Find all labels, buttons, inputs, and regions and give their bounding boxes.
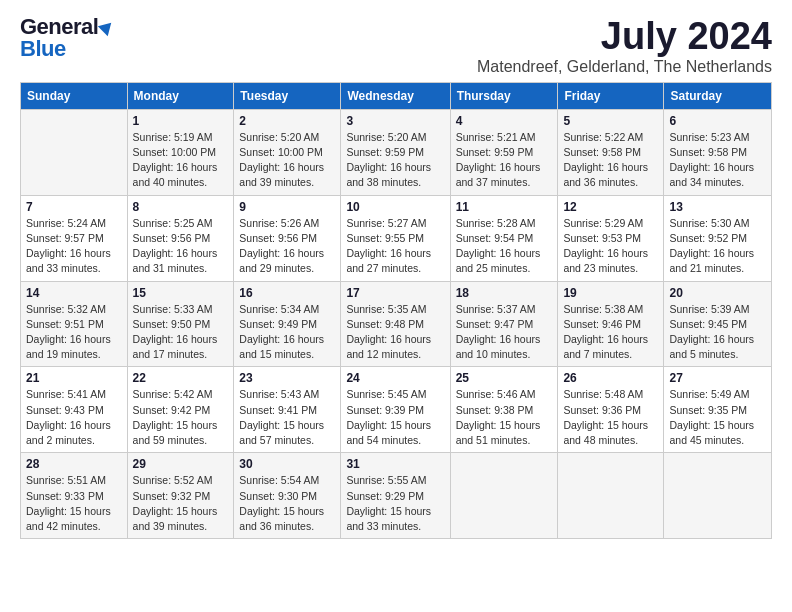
day-number: 24 [346,371,444,385]
calendar-cell: 20Sunrise: 5:39 AM Sunset: 9:45 PM Dayli… [664,281,772,367]
calendar-cell: 5Sunrise: 5:22 AM Sunset: 9:58 PM Daylig… [558,109,664,195]
header: General Blue July 2024 Matendreef, Gelde… [20,16,772,76]
day-info: Sunrise: 5:26 AM Sunset: 9:56 PM Dayligh… [239,216,335,277]
day-info: Sunrise: 5:38 AM Sunset: 9:46 PM Dayligh… [563,302,658,363]
header-sunday: Sunday [21,82,128,109]
day-info: Sunrise: 5:34 AM Sunset: 9:49 PM Dayligh… [239,302,335,363]
day-info: Sunrise: 5:23 AM Sunset: 9:58 PM Dayligh… [669,130,766,191]
calendar-cell: 30Sunrise: 5:54 AM Sunset: 9:30 PM Dayli… [234,453,341,539]
calendar-cell [450,453,558,539]
day-info: Sunrise: 5:19 AM Sunset: 10:00 PM Daylig… [133,130,229,191]
week-row-1: 1Sunrise: 5:19 AM Sunset: 10:00 PM Dayli… [21,109,772,195]
day-info: Sunrise: 5:37 AM Sunset: 9:47 PM Dayligh… [456,302,553,363]
day-info: Sunrise: 5:39 AM Sunset: 9:45 PM Dayligh… [669,302,766,363]
header-tuesday: Tuesday [234,82,341,109]
week-row-3: 14Sunrise: 5:32 AM Sunset: 9:51 PM Dayli… [21,281,772,367]
day-number: 8 [133,200,229,214]
location-title: Matendreef, Gelderland, The Netherlands [477,58,772,76]
calendar-cell: 3Sunrise: 5:20 AM Sunset: 9:59 PM Daylig… [341,109,450,195]
header-monday: Monday [127,82,234,109]
week-row-2: 7Sunrise: 5:24 AM Sunset: 9:57 PM Daylig… [21,195,772,281]
logo-general: General [20,16,98,38]
calendar-cell: 24Sunrise: 5:45 AM Sunset: 9:39 PM Dayli… [341,367,450,453]
calendar-cell: 9Sunrise: 5:26 AM Sunset: 9:56 PM Daylig… [234,195,341,281]
calendar-cell: 8Sunrise: 5:25 AM Sunset: 9:56 PM Daylig… [127,195,234,281]
logo-blue: Blue [20,38,66,60]
header-saturday: Saturday [664,82,772,109]
day-info: Sunrise: 5:25 AM Sunset: 9:56 PM Dayligh… [133,216,229,277]
day-number: 14 [26,286,122,300]
header-wednesday: Wednesday [341,82,450,109]
day-info: Sunrise: 5:41 AM Sunset: 9:43 PM Dayligh… [26,387,122,448]
title-area: July 2024 Matendreef, Gelderland, The Ne… [477,16,772,76]
day-info: Sunrise: 5:55 AM Sunset: 9:29 PM Dayligh… [346,473,444,534]
day-info: Sunrise: 5:45 AM Sunset: 9:39 PM Dayligh… [346,387,444,448]
calendar-cell: 31Sunrise: 5:55 AM Sunset: 9:29 PM Dayli… [341,453,450,539]
calendar-cell: 23Sunrise: 5:43 AM Sunset: 9:41 PM Dayli… [234,367,341,453]
day-number: 12 [563,200,658,214]
day-info: Sunrise: 5:54 AM Sunset: 9:30 PM Dayligh… [239,473,335,534]
calendar-cell: 17Sunrise: 5:35 AM Sunset: 9:48 PM Dayli… [341,281,450,367]
day-info: Sunrise: 5:30 AM Sunset: 9:52 PM Dayligh… [669,216,766,277]
day-info: Sunrise: 5:24 AM Sunset: 9:57 PM Dayligh… [26,216,122,277]
day-number: 23 [239,371,335,385]
day-info: Sunrise: 5:27 AM Sunset: 9:55 PM Dayligh… [346,216,444,277]
calendar-cell: 7Sunrise: 5:24 AM Sunset: 9:57 PM Daylig… [21,195,128,281]
day-info: Sunrise: 5:28 AM Sunset: 9:54 PM Dayligh… [456,216,553,277]
day-number: 10 [346,200,444,214]
day-info: Sunrise: 5:42 AM Sunset: 9:42 PM Dayligh… [133,387,229,448]
day-info: Sunrise: 5:33 AM Sunset: 9:50 PM Dayligh… [133,302,229,363]
calendar-cell: 11Sunrise: 5:28 AM Sunset: 9:54 PM Dayli… [450,195,558,281]
calendar-cell: 10Sunrise: 5:27 AM Sunset: 9:55 PM Dayli… [341,195,450,281]
day-number: 1 [133,114,229,128]
day-number: 11 [456,200,553,214]
day-number: 19 [563,286,658,300]
day-info: Sunrise: 5:48 AM Sunset: 9:36 PM Dayligh… [563,387,658,448]
day-number: 27 [669,371,766,385]
day-info: Sunrise: 5:22 AM Sunset: 9:58 PM Dayligh… [563,130,658,191]
day-number: 6 [669,114,766,128]
calendar-cell: 16Sunrise: 5:34 AM Sunset: 9:49 PM Dayli… [234,281,341,367]
day-info: Sunrise: 5:29 AM Sunset: 9:53 PM Dayligh… [563,216,658,277]
day-number: 22 [133,371,229,385]
calendar-cell: 4Sunrise: 5:21 AM Sunset: 9:59 PM Daylig… [450,109,558,195]
day-info: Sunrise: 5:32 AM Sunset: 9:51 PM Dayligh… [26,302,122,363]
calendar-table: SundayMondayTuesdayWednesdayThursdayFrid… [20,82,772,539]
day-number: 7 [26,200,122,214]
day-info: Sunrise: 5:46 AM Sunset: 9:38 PM Dayligh… [456,387,553,448]
day-number: 18 [456,286,553,300]
header-friday: Friday [558,82,664,109]
calendar-cell [664,453,772,539]
calendar-cell: 18Sunrise: 5:37 AM Sunset: 9:47 PM Dayli… [450,281,558,367]
calendar-cell: 28Sunrise: 5:51 AM Sunset: 9:33 PM Dayli… [21,453,128,539]
header-thursday: Thursday [450,82,558,109]
day-info: Sunrise: 5:43 AM Sunset: 9:41 PM Dayligh… [239,387,335,448]
calendar-header-row: SundayMondayTuesdayWednesdayThursdayFrid… [21,82,772,109]
day-number: 5 [563,114,658,128]
calendar-cell: 19Sunrise: 5:38 AM Sunset: 9:46 PM Dayli… [558,281,664,367]
day-number: 9 [239,200,335,214]
week-row-4: 21Sunrise: 5:41 AM Sunset: 9:43 PM Dayli… [21,367,772,453]
day-number: 30 [239,457,335,471]
calendar-cell: 1Sunrise: 5:19 AM Sunset: 10:00 PM Dayli… [127,109,234,195]
day-info: Sunrise: 5:20 AM Sunset: 9:59 PM Dayligh… [346,130,444,191]
day-number: 21 [26,371,122,385]
calendar-cell: 29Sunrise: 5:52 AM Sunset: 9:32 PM Dayli… [127,453,234,539]
day-info: Sunrise: 5:52 AM Sunset: 9:32 PM Dayligh… [133,473,229,534]
day-number: 3 [346,114,444,128]
logo-icon [98,18,116,36]
day-info: Sunrise: 5:49 AM Sunset: 9:35 PM Dayligh… [669,387,766,448]
day-info: Sunrise: 5:35 AM Sunset: 9:48 PM Dayligh… [346,302,444,363]
calendar-cell: 12Sunrise: 5:29 AM Sunset: 9:53 PM Dayli… [558,195,664,281]
calendar-cell: 26Sunrise: 5:48 AM Sunset: 9:36 PM Dayli… [558,367,664,453]
calendar-cell: 6Sunrise: 5:23 AM Sunset: 9:58 PM Daylig… [664,109,772,195]
day-info: Sunrise: 5:21 AM Sunset: 9:59 PM Dayligh… [456,130,553,191]
day-number: 31 [346,457,444,471]
calendar-cell: 27Sunrise: 5:49 AM Sunset: 9:35 PM Dayli… [664,367,772,453]
day-number: 4 [456,114,553,128]
calendar-cell: 15Sunrise: 5:33 AM Sunset: 9:50 PM Dayli… [127,281,234,367]
day-number: 26 [563,371,658,385]
day-number: 17 [346,286,444,300]
calendar-cell: 21Sunrise: 5:41 AM Sunset: 9:43 PM Dayli… [21,367,128,453]
month-title: July 2024 [477,16,772,58]
